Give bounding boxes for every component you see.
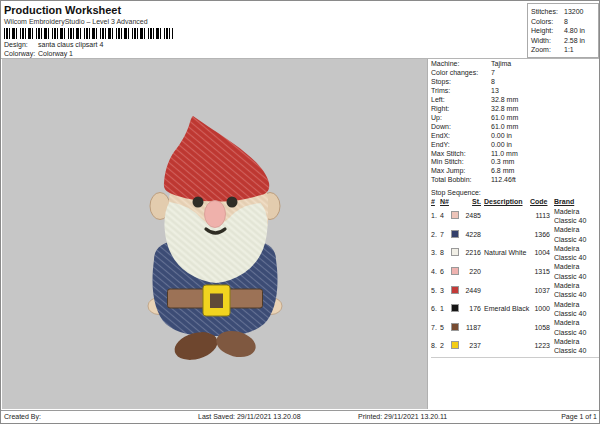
setting-label: Color changes:: [431, 69, 491, 78]
stitch-count: 4228: [461, 230, 481, 239]
summary-value: 1:1: [564, 45, 598, 55]
thread-brand: Madeira Classic 40: [550, 225, 600, 244]
stop-number: 4.: [431, 267, 440, 276]
thread-color-swatch: [451, 248, 459, 256]
needle-number: 8: [440, 248, 451, 257]
design-value: santa claus clipsart 4: [38, 41, 103, 48]
gnome-eye-right: [227, 197, 238, 208]
design-canvas: [2, 59, 428, 409]
needle-number: 7: [440, 230, 451, 239]
thread-brand: Madeira Classic 40: [550, 244, 600, 263]
thread-code: 1058: [530, 323, 550, 332]
setting-value: 8: [491, 78, 600, 87]
thread-color-swatch: [451, 341, 459, 349]
setting-label: Min Stitch:: [431, 158, 491, 167]
stop-sequence-divider: [431, 357, 599, 358]
stitch-count: 1187: [461, 323, 481, 332]
thread-brand: Madeira Classic 40: [550, 300, 600, 319]
thread-swatch-cell: [451, 304, 461, 313]
setting-value: Tajima: [491, 60, 600, 69]
gnome-eye-left: [193, 197, 204, 208]
stop-number: 7.: [431, 323, 440, 332]
machine-setting-row: Right: 32.8 mm: [431, 105, 600, 114]
stop-number: 3.: [431, 248, 440, 257]
machine-setting-row: Up: 61.0 mm: [431, 114, 600, 123]
thread-swatch-cell: [451, 211, 461, 220]
gnome-nose: [205, 201, 226, 228]
col-header-description: Description: [481, 197, 530, 206]
design-label: Design:: [4, 41, 38, 48]
setting-value: 0.00 in: [491, 132, 600, 141]
last-saved-text: Last Saved: 29/11/2021 13.20.08: [198, 413, 301, 420]
thread-color-swatch: [451, 211, 459, 219]
stop-sequence-table: 1. 4 2485 1113 Madeira Classic 40 2. 7 4…: [431, 207, 600, 356]
setting-value: 112.46ft: [491, 176, 600, 185]
setting-label: EndY:: [431, 141, 491, 150]
stitch-count: 220: [461, 267, 481, 276]
design-name-row: Design:santa claus clipsart 4: [4, 41, 103, 48]
setting-value: 0.00 in: [491, 141, 600, 150]
machine-setting-row: EndY: 0.00 in: [431, 141, 600, 150]
thread-color-swatch: [451, 230, 459, 238]
setting-value: 61.0 mm: [491, 123, 600, 132]
worksheet-footer: Created By: Last Saved: 29/11/2021 13.20…: [1, 410, 600, 424]
needle-number: 1: [440, 304, 451, 313]
setting-value: 61.0 mm: [491, 114, 600, 123]
machine-setting-row: Trims: 13: [431, 87, 600, 96]
summary-value: 2.58 in: [564, 36, 598, 46]
stop-sequence-header-row: # N# St. Description Code Brand: [431, 197, 600, 206]
thread-swatch-cell: [451, 341, 461, 350]
gnome-buckle-hole: [210, 294, 223, 309]
needle-number: 4: [440, 211, 451, 220]
stop-sequence-row: 1. 4 2485 1113 Madeira Classic 40: [431, 207, 600, 226]
summary-value: 4.80 in: [564, 26, 598, 36]
stitch-count: 176: [461, 304, 481, 313]
thread-color-swatch: [451, 286, 459, 294]
thread-description: Natural White: [481, 248, 530, 257]
thread-code: 1366: [530, 230, 550, 239]
machine-setting-row: Color changes: 7: [431, 69, 600, 78]
setting-label: Max Stitch:: [431, 150, 491, 159]
col-header-n: N#: [440, 197, 451, 206]
thread-brand: Madeira Classic 40: [550, 262, 600, 281]
setting-label: Max Jump:: [431, 167, 491, 176]
barcode-icon: [4, 28, 173, 39]
stop-sequence-row: 5. 3 2449 1037 Madeira Classic 40: [431, 281, 600, 300]
summary-label: Zoom:: [531, 45, 564, 55]
summary-label: Width:: [531, 36, 564, 46]
machine-setting-row: Min Stitch: 0.3 mm: [431, 158, 600, 167]
stop-number: 8.: [431, 341, 440, 350]
needle-number: 2: [440, 341, 451, 350]
thread-code: 1113: [530, 211, 550, 220]
thread-code: 1223: [530, 341, 550, 350]
thread-code: 1004: [530, 248, 550, 257]
col-header-code: Code: [530, 197, 550, 206]
thread-swatch-cell: [451, 267, 461, 276]
stop-sequence-row: 4. 6 220 1315 Madeira Classic 40: [431, 262, 600, 281]
setting-label: Left:: [431, 96, 491, 105]
thread-brand: Madeira Classic 40: [550, 337, 600, 356]
thread-brand: Madeira Classic 40: [550, 318, 600, 337]
thread-swatch-cell: [451, 323, 461, 332]
thread-brand: Madeira Classic 40: [550, 207, 600, 226]
setting-label: Trims:: [431, 87, 491, 96]
stop-sequence-row: 8. 2 237 1223 Madeira Classic 40: [431, 337, 600, 356]
setting-label: Up:: [431, 114, 491, 123]
colorway-value: Colorway 1: [38, 50, 73, 57]
thread-color-swatch: [451, 304, 459, 312]
col-header-num: #: [431, 197, 440, 206]
software-subtitle: Wilcom EmbroideryStudio – Level 3 Advanc…: [4, 18, 148, 25]
needle-number: 3: [440, 286, 451, 295]
summary-row: Zoom: 1:1: [531, 45, 598, 55]
setting-value: 32.8 mm: [491, 105, 600, 114]
setting-value: 6.8 mm: [491, 167, 600, 176]
stitch-count: 2485: [461, 211, 481, 220]
col-header-st: St.: [451, 197, 481, 206]
setting-label: Down:: [431, 123, 491, 132]
machine-setting-row: Max Stitch: 11.0 mm: [431, 150, 600, 159]
machine-setting-row: Down: 61.0 mm: [431, 123, 600, 132]
stop-number: 5.: [431, 286, 440, 295]
setting-label: Machine:: [431, 60, 491, 69]
stitch-count: 237: [461, 341, 481, 350]
design-summary-box: Stitches: 13200 Colors: 8 Height: 4.80 i…: [527, 3, 599, 58]
